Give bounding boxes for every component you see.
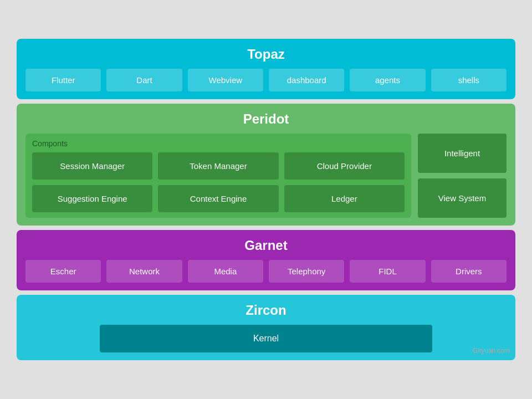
list-item: Network	[106, 260, 182, 283]
list-item: Drivers	[431, 260, 507, 283]
list-item: agents	[350, 69, 425, 91]
list-item: Token Manager	[158, 152, 278, 180]
list-item: Ledger	[284, 185, 405, 212]
kernel-box: Kernel	[100, 325, 432, 352]
list-item: Media	[188, 260, 263, 283]
topaz-items-row: Flutter Dart Webview dashboard agents sh…	[25, 69, 507, 91]
topaz-layer: Topaz Flutter Dart Webview dashboard age…	[17, 39, 515, 99]
list-item: Suggestion Engine	[32, 185, 152, 212]
list-item: Session Manager	[32, 152, 152, 180]
list-item: Intelligent	[418, 134, 507, 173]
peridot-right-section: Intelligent View System	[418, 134, 507, 218]
peridot-layer: Peridot Componts Session Manager Token M…	[17, 104, 515, 226]
architecture-diagram: Topaz Flutter Dart Webview dashboard age…	[17, 39, 515, 360]
garnet-layer: Garnet Escher Network Media Telephony FI…	[17, 230, 515, 290]
zircon-inner: Kernel	[25, 325, 507, 352]
list-item: View System	[418, 178, 507, 218]
topaz-title: Topaz	[25, 47, 507, 62]
list-item: dashboard	[269, 69, 344, 91]
zircon-layer: Zircon Kernel	[17, 295, 515, 360]
list-item: Webview	[188, 69, 263, 91]
list-item: Context Engine	[158, 185, 278, 212]
list-item: shells	[431, 69, 507, 91]
list-item: Flutter	[25, 69, 101, 91]
list-item: Cloud Provider	[284, 152, 405, 180]
garnet-title: Garnet	[25, 238, 507, 253]
peridot-title: Peridot	[25, 111, 507, 127]
watermark: Gityuan.com	[473, 347, 510, 355]
peridot-inner: Componts Session Manager Token Manager C…	[25, 134, 507, 218]
list-item: Escher	[25, 260, 101, 283]
peridot-componts-section: Componts Session Manager Token Manager C…	[25, 134, 411, 218]
peridot-grid: Session Manager Token Manager Cloud Prov…	[32, 152, 405, 212]
list-item: FIDL	[350, 260, 425, 283]
componts-label: Componts	[32, 139, 405, 148]
list-item: Dart	[106, 69, 182, 91]
garnet-items-row: Escher Network Media Telephony FIDL Driv…	[25, 260, 507, 283]
zircon-title: Zircon	[25, 303, 507, 318]
list-item: Telephony	[269, 260, 344, 283]
